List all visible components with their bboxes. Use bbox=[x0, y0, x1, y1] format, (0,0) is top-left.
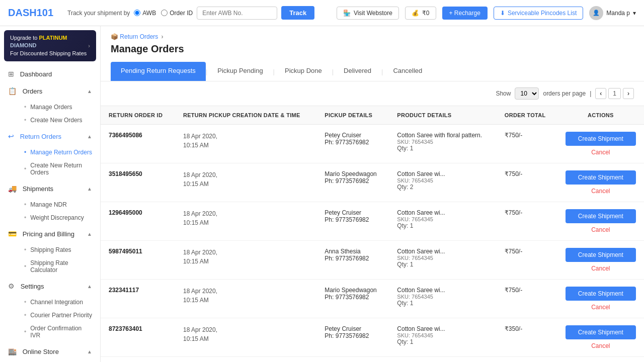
cell-actions-2: Create Shipment Cancel bbox=[557, 202, 644, 241]
table-row: 5987495011 18 Apr 2020, 10:15 AM Anna St… bbox=[101, 241, 644, 280]
sidebar-item-weight-discrepancy[interactable]: Weight Discrepancy bbox=[16, 211, 100, 224]
cancel-button[interactable]: Cancel bbox=[566, 304, 636, 311]
create-shipment-button[interactable]: Create Shipment bbox=[566, 287, 636, 301]
cancel-button[interactable]: Cancel bbox=[566, 226, 636, 233]
pickup-name: Petey Cruiser bbox=[325, 325, 381, 332]
sidebar-item-manage-return-orders[interactable]: Manage Return Orders bbox=[16, 146, 100, 159]
sidebar-item-create-new-orders[interactable]: Create New Orders bbox=[16, 114, 100, 127]
table-row: 5987495011 18 Apr 2020, 10:15 AM Same as… bbox=[101, 357, 644, 363]
sidebar-item-dashboard[interactable]: ⊞ Dashboard bbox=[0, 65, 100, 82]
tab-pickup-pending[interactable]: Pickup Pending bbox=[207, 62, 273, 81]
table-row: 8723763401 18 Apr 2020, 10:15 AM Petey C… bbox=[101, 318, 644, 357]
pickup-name: Mario Speedwagon bbox=[325, 170, 381, 177]
order-id-radio[interactable] bbox=[161, 10, 168, 16]
table-body: 7366495086 18 Apr 2020, 10:15 AM Petey C… bbox=[101, 125, 644, 363]
cell-order-id-0: 7366495086 bbox=[101, 125, 175, 163]
chevron-up-icon-pricing: ▲ bbox=[87, 231, 92, 237]
pickup-phone: Ph: 9773576982 bbox=[325, 139, 381, 146]
next-page-button[interactable]: › bbox=[623, 88, 634, 99]
tab-cancelled[interactable]: Cancelled bbox=[383, 62, 432, 81]
visit-webstore-button[interactable]: 🏪 Visit Webstore bbox=[337, 7, 399, 20]
cancel-button[interactable]: Cancel bbox=[566, 265, 636, 272]
cell-actions-0: Create Shipment Cancel bbox=[557, 125, 644, 163]
recharge-button[interactable]: + Recharge bbox=[442, 7, 488, 20]
per-page-select[interactable]: 10 25 50 bbox=[515, 87, 539, 100]
tab-pickup-done[interactable]: Pickup Done bbox=[275, 62, 332, 81]
product-name: Cotton Saree wi... bbox=[397, 209, 488, 216]
product-sku: SKU: 7654345 bbox=[397, 294, 488, 300]
pickup-name: Petey Cruiser bbox=[325, 132, 381, 139]
awb-radio[interactable] bbox=[134, 10, 140, 16]
box-icon: 📦 bbox=[111, 33, 118, 40]
time-value: 10:15 AM bbox=[183, 218, 308, 227]
breadcrumb-link[interactable]: 📦 Return Orders bbox=[111, 33, 158, 40]
breadcrumb: 📦 Return Orders › bbox=[111, 33, 634, 40]
cell-total-1: ₹750/- bbox=[497, 163, 557, 202]
pricing-billing-submenu: Shipping Rates Shipping Rate Calculator bbox=[0, 242, 100, 278]
create-shipment-button[interactable]: Create Shipment bbox=[566, 325, 636, 339]
app-logo: DASH101 bbox=[8, 7, 53, 19]
cell-date-5: 18 Apr 2020, 10:15 AM bbox=[175, 318, 316, 357]
sidebar-item-pricing-billing[interactable]: 💳 Pricing and Billing ▲ bbox=[0, 225, 100, 242]
time-value: 10:15 AM bbox=[183, 257, 308, 266]
awb-radio-label[interactable]: AWB bbox=[134, 10, 156, 17]
top-bar: DASH101 Track your shipment by AWB Order… bbox=[0, 0, 644, 26]
cell-total-3: ₹750/- bbox=[497, 241, 557, 280]
sidebar-item-return-orders[interactable]: ↩ Return Orders ▲ bbox=[0, 128, 100, 145]
cell-date-0: 18 Apr 2020, 10:15 AM bbox=[175, 125, 316, 163]
create-shipment-button[interactable]: Create Shipment bbox=[566, 132, 636, 146]
serviceable-pincodes-button[interactable]: ⬇ Serviceable Pincodes List bbox=[494, 7, 583, 20]
pickup-phone: Ph: 9773576982 bbox=[325, 332, 381, 339]
cancel-button[interactable]: Cancel bbox=[566, 188, 636, 195]
sidebar-item-settings[interactable]: ⚙ Settings ▲ bbox=[0, 278, 100, 295]
orders-per-page-label: orders per page bbox=[543, 90, 586, 97]
current-page: 1 bbox=[608, 88, 621, 99]
cell-product-5: Cotton Saree wi... SKU: 7654345 Qty: 1 bbox=[389, 318, 496, 357]
sidebar-item-orders[interactable]: 📋 Orders ▲ bbox=[0, 82, 100, 100]
app-layout: DASH101 Track your shipment by AWB Order… bbox=[0, 0, 644, 362]
sidebar-item-courier-partner-priority[interactable]: Courier Partner Priority bbox=[16, 309, 100, 322]
pagination: ‹ 1 › bbox=[595, 88, 634, 99]
cancel-button[interactable]: Cancel bbox=[566, 149, 636, 156]
order-id-radio-label[interactable]: Order ID bbox=[161, 10, 193, 17]
radio-group: AWB Order ID bbox=[134, 10, 193, 17]
pickup-name: Anna Sthesia bbox=[325, 248, 381, 255]
cell-pickup-4: Mario Speedwagon Ph: 9773576982 bbox=[316, 280, 389, 318]
tab-delivered[interactable]: Delivered bbox=[334, 62, 381, 81]
cell-total-4: ₹750/- bbox=[497, 280, 557, 318]
track-input[interactable] bbox=[197, 7, 277, 20]
sidebar-item-create-new-return-orders[interactable]: Create New Return Orders bbox=[16, 159, 100, 179]
cell-product-6: Cotton Saree wi... SKU: 7654345 Qty: 1 bbox=[389, 357, 496, 363]
th-return-order-id: Return Order ID bbox=[101, 106, 175, 125]
cancel-button[interactable]: Cancel bbox=[566, 342, 636, 349]
order-id-value: 7366495086 bbox=[109, 132, 142, 139]
sidebar-item-shipping-rate-calculator[interactable]: Shipping Rate Calculator bbox=[16, 256, 100, 277]
date-value: 18 Apr 2020, bbox=[183, 170, 308, 179]
prev-page-button[interactable]: ‹ bbox=[595, 88, 606, 99]
sidebar-item-manage-ndr[interactable]: Manage NDR bbox=[16, 198, 100, 211]
th-return-pickup: Return Pickup Creation Date & Time bbox=[175, 106, 316, 125]
order-id-value: 1296495000 bbox=[109, 209, 142, 216]
create-shipment-button[interactable]: Create Shipment bbox=[566, 248, 636, 262]
create-shipment-button[interactable]: Create Shipment bbox=[566, 170, 636, 185]
track-button[interactable]: Track bbox=[281, 6, 314, 20]
date-value: 18 Apr 2020, bbox=[183, 209, 308, 218]
sidebar-item-manage-orders[interactable]: Manage Orders bbox=[16, 101, 100, 114]
user-menu[interactable]: 👤 Manda p ▾ bbox=[589, 6, 636, 20]
sidebar-item-online-store[interactable]: 🏬 Online Store ▲ bbox=[0, 343, 100, 360]
tab-pending-return-requests[interactable]: Pending Return Requests bbox=[111, 62, 206, 81]
sidebar-item-shipping-rates[interactable]: Shipping Rates bbox=[16, 243, 100, 256]
sidebar-item-channel-integration[interactable]: Channel Integration bbox=[16, 296, 100, 309]
chevron-up-icon-return: ▲ bbox=[87, 134, 92, 139]
balance-display[interactable]: 💰 ₹0 bbox=[405, 7, 436, 20]
pickup-phone: Ph: 9773576982 bbox=[325, 177, 381, 185]
create-shipment-button[interactable]: Create Shipment bbox=[566, 209, 636, 223]
sidebar-item-shipments[interactable]: 🚚 Shipments ▲ bbox=[0, 180, 100, 197]
product-sku: SKU: 7654345 bbox=[397, 255, 488, 261]
cell-order-id-3: 5987495011 bbox=[101, 241, 175, 280]
upgrade-banner[interactable]: Upgrade to PLATINUM DIAMOND For Discount… bbox=[4, 30, 96, 61]
return-orders-icon: ↩ bbox=[8, 132, 14, 140]
order-total-value: ₹750/- bbox=[505, 248, 522, 255]
sidebar-item-order-confirmation-ivr[interactable]: Order Confirmation IVR bbox=[16, 322, 100, 342]
cell-date-3: 18 Apr 2020, 10:15 AM bbox=[175, 241, 316, 280]
